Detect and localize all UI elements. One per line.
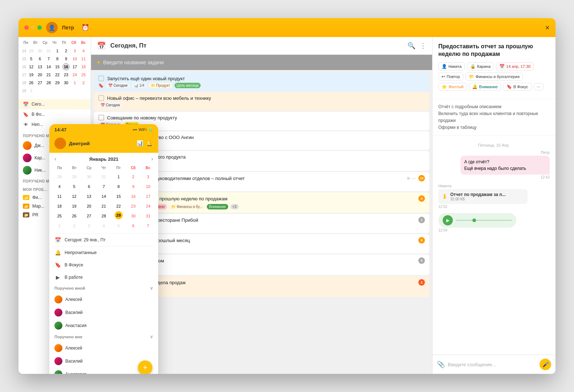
mobile-fab-button[interactable]: + [138, 360, 152, 374]
cal-prev-btn[interactable]: ‹ [54, 156, 56, 162]
m-cal-cell[interactable]: 5 [67, 182, 82, 191]
chat-audio-item[interactable]: ▶ [438, 213, 516, 228]
m-cal-cell[interactable]: 4 [97, 221, 111, 230]
cal-cell[interactable]: 27 [36, 79, 44, 86]
m-cal-cell[interactable]: 11 [52, 192, 67, 201]
m-cal-cell[interactable]: 31 [97, 172, 111, 181]
cal-cell[interactable]: 21 [45, 71, 52, 78]
cal-cell[interactable]: 4 [80, 47, 87, 54]
m-cal-cell-selected[interactable]: 29 [115, 211, 123, 219]
mobile-user-aleksey-2[interactable]: Алексей [49, 342, 158, 355]
m-cal-cell[interactable]: 5 [111, 221, 126, 230]
cal-cell[interactable]: 11 [80, 55, 87, 62]
maximize-button[interactable] [37, 25, 42, 30]
cal-cell[interactable]: 12 [28, 63, 35, 70]
cal-cell-today[interactable]: 16 [62, 63, 70, 70]
m-cal-cell[interactable]: 7 [97, 182, 111, 191]
m-cal-cell[interactable]: 22 [111, 201, 126, 211]
bell-icon-mobile[interactable]: 🔔 [146, 140, 153, 147]
close-button[interactable] [24, 25, 29, 30]
mobile-user-aleksey-1[interactable]: Алексей [49, 293, 158, 306]
task-item-1[interactable]: Запустить ещё один новый продукт 🔖 📅 Сег… [94, 73, 429, 91]
detail-tag-folder[interactable]: 📁 Финансы и бухгалтерия [466, 73, 523, 81]
cal-cell[interactable]: 8 [54, 55, 61, 62]
m-cal-cell[interactable]: 3 [141, 172, 155, 181]
message-input[interactable] [448, 362, 537, 367]
m-cal-cell[interactable]: 2 [67, 221, 82, 230]
m-cal-cell[interactable]: 29 [67, 172, 82, 181]
task-2-checkbox[interactable] [98, 95, 104, 101]
cal-cell[interactable]: 29 [54, 79, 61, 86]
m-cal-cell[interactable]: 26 [67, 211, 82, 221]
m-cal-cell[interactable]: 12 [67, 192, 82, 201]
mobile-nav-unread[interactable]: 🔔 Непрочитанные [49, 246, 158, 259]
cal-cell[interactable]: 17 [71, 63, 78, 70]
cal-cell[interactable]: 22 [54, 71, 61, 78]
mobile-nav-focus[interactable]: 🔖 В Фокусе [49, 259, 158, 271]
detail-tag-more[interactable]: ··· [534, 83, 544, 90]
detail-tag-focus[interactable]: 🔖 В Фокус [503, 83, 532, 91]
m-cal-cell[interactable]: 8 [111, 182, 126, 191]
m-cal-cell[interactable]: 28 [52, 172, 67, 181]
sidebar-item-focus[interactable]: 🔖 В Фо... [19, 109, 91, 119]
detail-tag-nikita[interactable]: 👤 Никита [438, 62, 465, 70]
cal-cell[interactable]: 30 [36, 47, 44, 54]
detail-tag-date[interactable]: 📅 14 апр, 17:30 [496, 62, 534, 70]
cal-cell[interactable]: 10 [71, 55, 78, 62]
mobile-user-anastasia-1[interactable]: Анастасия [49, 319, 158, 332]
m-cal-cell[interactable]: 28 [97, 211, 111, 221]
m-cal-cell[interactable]: 3 [82, 221, 96, 230]
cal-cell[interactable]: 19 [28, 71, 35, 78]
cal-cell[interactable]: 20 [36, 71, 44, 78]
task-6-menu[interactable]: ≡ ··· [407, 175, 415, 181]
close-icon[interactable]: ✕ [545, 24, 550, 31]
m-cal-cell[interactable]: 30 [126, 211, 141, 221]
m-cal-cell[interactable]: 13 [82, 192, 96, 201]
cal-cell[interactable]: 3 [28, 87, 35, 94]
m-cal-cell[interactable]: 14 [97, 192, 111, 201]
detail-tag-karina[interactable]: 🔒 Карина [467, 62, 494, 70]
mobile-nav-inwork[interactable]: ▶ В работе [49, 271, 158, 283]
send-button[interactable]: 🎤 [540, 359, 551, 370]
m-cal-cell[interactable]: 6 [82, 182, 96, 191]
mobile-user-vasiliy-1[interactable]: Василий [49, 306, 158, 319]
mobile-by-me-toggle[interactable]: ∨ [150, 286, 153, 291]
m-cal-cell[interactable]: 1 [111, 172, 126, 181]
cal-cell[interactable]: 6 [36, 55, 44, 62]
m-cal-cell[interactable]: 27 [82, 211, 96, 221]
m-cal-cell[interactable]: 4 [52, 182, 67, 191]
cal-cell[interactable]: 28 [45, 79, 52, 86]
cal-cell[interactable]: 26 [28, 79, 35, 86]
m-cal-cell[interactable]: 16 [126, 192, 141, 201]
m-cal-cell[interactable]: 24 [141, 201, 155, 211]
mobile-today-item[interactable]: 📅 Сегодня: 29 янв., Пт [49, 234, 158, 246]
detail-tag-attention[interactable]: 🔔 Внимание [469, 83, 501, 91]
play-button[interactable]: ▶ [443, 215, 453, 225]
m-cal-cell[interactable]: 20 [82, 201, 96, 211]
cal-cell[interactable]: 13 [36, 63, 44, 70]
cal-cell[interactable]: 24 [71, 71, 78, 78]
m-cal-cell[interactable]: 30 [82, 172, 96, 181]
cal-cell[interactable]: 1 [54, 47, 61, 54]
cal-cell[interactable]: 14 [45, 63, 52, 70]
m-cal-cell[interactable]: 1 [52, 221, 67, 230]
detail-tag-repeat[interactable]: ↩ Повтор [438, 73, 463, 81]
m-cal-cell[interactable]: 25 [52, 211, 67, 221]
sidebar-item-today[interactable]: 📅 Сего... [19, 99, 91, 109]
cal-cell[interactable]: 25 [80, 71, 87, 78]
cal-cell[interactable]: 30 [62, 79, 70, 86]
cal-cell[interactable]: 3 [71, 47, 78, 54]
m-cal-cell[interactable]: 23 [126, 201, 141, 211]
add-task-input[interactable] [103, 60, 426, 65]
cal-cell[interactable]: 9 [62, 55, 70, 62]
cal-cell[interactable]: 7 [45, 55, 52, 62]
notification-icon[interactable]: ⏰ [81, 24, 89, 32]
m-cal-cell[interactable]: 18 [52, 201, 67, 211]
cal-cell[interactable]: 29 [28, 47, 35, 54]
more-button[interactable]: ⋮ [420, 42, 426, 50]
m-cal-cell[interactable]: 15 [111, 192, 126, 201]
chart-icon[interactable]: 📊 [136, 140, 143, 147]
cal-cell[interactable]: 31 [45, 47, 52, 54]
search-button[interactable]: 🔍 [407, 42, 415, 50]
minimize-button[interactable] [31, 25, 35, 30]
